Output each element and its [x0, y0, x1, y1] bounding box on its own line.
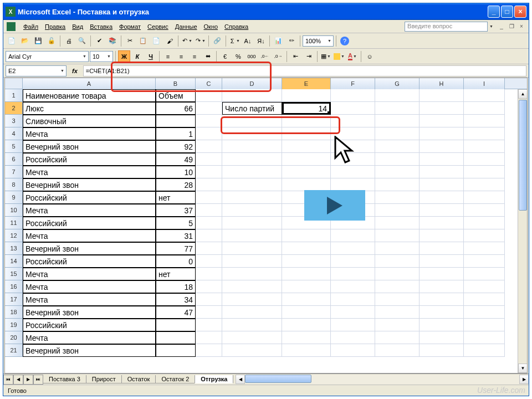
row-header-19[interactable]: 19: [5, 319, 23, 331]
scroll-right-icon[interactable]: ▶: [519, 375, 529, 384]
col-header-D[interactable]: D: [222, 78, 282, 89]
row-header-16[interactable]: 16: [5, 280, 23, 293]
cell-F19[interactable]: [331, 319, 375, 331]
cell-B16[interactable]: 18: [156, 280, 196, 293]
cell-A6[interactable]: Российский: [23, 153, 156, 166]
tab-first-icon[interactable]: ⏮: [3, 375, 13, 385]
cell-B5[interactable]: 92: [156, 140, 196, 153]
menu-сервис[interactable]: Сервис: [144, 22, 172, 31]
cell-I5[interactable]: [464, 140, 505, 153]
cell-H17[interactable]: [420, 293, 464, 306]
cell-F7[interactable]: [331, 166, 375, 178]
cell-H9[interactable]: [420, 191, 464, 204]
cell-B21[interactable]: [156, 344, 196, 357]
cell-A10[interactable]: Мечта: [23, 204, 156, 217]
cell-G17[interactable]: [375, 293, 420, 306]
permissions-icon[interactable]: 🔓: [45, 35, 58, 47]
cell-C5[interactable]: [196, 140, 222, 153]
font-name-combo[interactable]: Arial Cyr: [6, 51, 89, 62]
cell-F20[interactable]: [331, 331, 375, 344]
underline-button[interactable]: Ч: [145, 50, 157, 63]
cell-A14[interactable]: Российский: [23, 255, 156, 268]
zoom-combo[interactable]: 100%: [303, 35, 334, 47]
cell-A4[interactable]: Мечта: [23, 127, 156, 140]
italic-button[interactable]: К: [131, 50, 144, 63]
cell-G20[interactable]: [375, 331, 420, 344]
cell-C18[interactable]: [196, 306, 222, 319]
percent-icon[interactable]: %: [232, 50, 244, 63]
col-header-B[interactable]: B: [156, 78, 196, 89]
row-header-1[interactable]: 1: [5, 89, 23, 102]
cell-B1[interactable]: Объем: [156, 89, 196, 102]
cell-I3[interactable]: [464, 115, 505, 127]
cell-A13[interactable]: Вечерний звон: [23, 242, 156, 255]
row-header-21[interactable]: 21: [5, 344, 23, 357]
scroll-down-icon[interactable]: ▼: [518, 364, 528, 373]
sheet-tab-Прирост[interactable]: Прирост: [86, 375, 122, 383]
cell-D14[interactable]: [222, 255, 282, 268]
copy-icon[interactable]: 📋: [137, 35, 149, 47]
cell-G13[interactable]: [375, 242, 420, 255]
col-header-E[interactable]: E: [282, 78, 331, 89]
cell-C14[interactable]: [196, 255, 222, 268]
cell-C12[interactable]: [196, 229, 222, 242]
cell-G4[interactable]: [375, 127, 420, 140]
drawing-icon[interactable]: ✏: [285, 35, 298, 47]
help-icon[interactable]: ?: [339, 35, 351, 47]
font-size-combo[interactable]: 10: [90, 51, 113, 62]
cell-E14[interactable]: [282, 255, 331, 268]
col-header-A[interactable]: A: [23, 78, 156, 89]
smiley-icon[interactable]: ☺: [364, 50, 376, 63]
row-header-3[interactable]: 3: [5, 115, 23, 127]
redo-icon[interactable]: ↷▼: [194, 35, 206, 47]
dec-decimal-icon[interactable]: ,0→: [272, 50, 284, 63]
cell-I12[interactable]: [464, 229, 505, 242]
hyperlink-icon[interactable]: 🔗: [211, 35, 223, 47]
cell-I2[interactable]: [464, 102, 505, 115]
cell-H12[interactable]: [420, 229, 464, 242]
font-color-icon[interactable]: А▼: [346, 50, 359, 63]
cell-G11[interactable]: [375, 217, 420, 229]
cell-D16[interactable]: [222, 280, 282, 293]
cell-C4[interactable]: [196, 127, 222, 140]
sheet-tab-Остаток 2[interactable]: Остаток 2: [155, 375, 195, 383]
cell-H21[interactable]: [420, 344, 464, 357]
cell-I8[interactable]: [464, 178, 505, 191]
row-header-4[interactable]: 4: [5, 127, 23, 140]
cell-D9[interactable]: [222, 191, 282, 204]
tab-next-icon[interactable]: ▶: [23, 375, 33, 385]
sheet-tab-Поставка 3[interactable]: Поставка 3: [43, 375, 86, 383]
open-icon[interactable]: 📂: [19, 35, 31, 47]
menu-формат[interactable]: Формат: [116, 22, 144, 31]
cell-F8[interactable]: [331, 178, 375, 191]
cell-H7[interactable]: [420, 166, 464, 178]
cell-A3[interactable]: Сливочный: [23, 115, 156, 127]
cell-G21[interactable]: [375, 344, 420, 357]
row-header-14[interactable]: 14: [5, 255, 23, 268]
cell-D4[interactable]: [222, 127, 282, 140]
cell-I16[interactable]: [464, 280, 505, 293]
cell-G2[interactable]: [375, 102, 420, 115]
name-box[interactable]: E2: [6, 65, 66, 76]
inc-decimal-icon[interactable]: ,0←: [259, 50, 271, 63]
save-icon[interactable]: 💾: [32, 35, 44, 47]
cell-A12[interactable]: Мечта: [23, 229, 156, 242]
cell-B19[interactable]: [156, 319, 196, 331]
cell-D19[interactable]: [222, 319, 282, 331]
scroll-up-icon[interactable]: ▲: [518, 89, 528, 99]
col-header-C[interactable]: C: [196, 78, 222, 89]
cell-G1[interactable]: [375, 89, 420, 102]
cell-C6[interactable]: [196, 153, 222, 166]
cell-G16[interactable]: [375, 280, 420, 293]
row-header-9[interactable]: 9: [5, 191, 23, 204]
cell-C20[interactable]: [196, 331, 222, 344]
tab-prev-icon[interactable]: ◀: [13, 375, 23, 385]
print-icon[interactable]: 🖨: [63, 35, 75, 47]
cell-C10[interactable]: [196, 204, 222, 217]
cell-B14[interactable]: 0: [156, 255, 196, 268]
cell-E5[interactable]: [282, 140, 331, 153]
cell-B10[interactable]: 37: [156, 204, 196, 217]
cell-D6[interactable]: [222, 153, 282, 166]
cell-B6[interactable]: 49: [156, 153, 196, 166]
cell-C8[interactable]: [196, 178, 222, 191]
